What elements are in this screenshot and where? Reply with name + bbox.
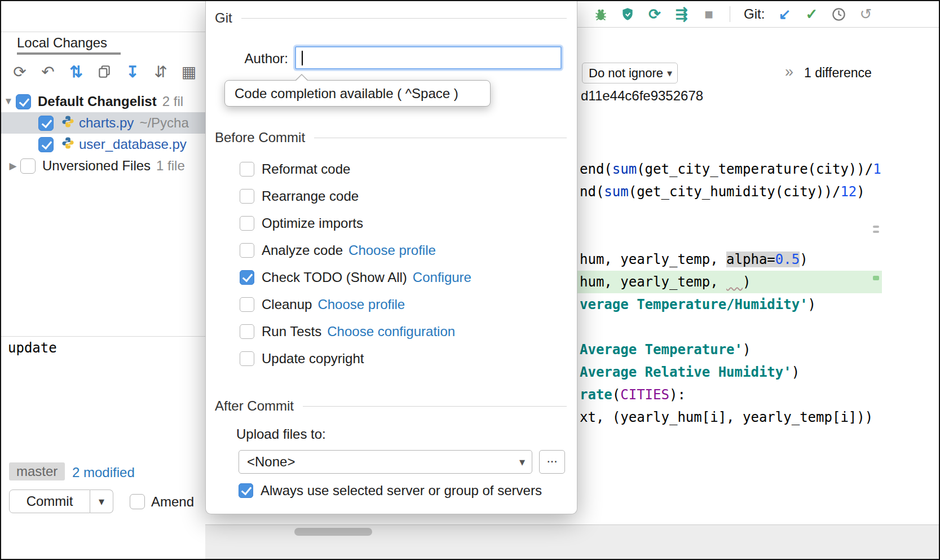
history-clock-icon[interactable] [828,4,849,24]
code-token: (get_city_temperature(city))/ [637,161,873,177]
code-token: 12 [873,161,882,177]
code-token: rate [580,387,612,403]
file-name: user_database.py [79,136,187,152]
author-label: Author: [206,51,288,67]
checkbox-unchecked[interactable] [240,324,254,339]
browse-servers-button[interactable]: ... [539,450,565,474]
code-token: (get_city_humidity(city))/ [629,184,841,200]
option-label: Cleanup [262,297,312,312]
diff-scroll-mark[interactable] [873,231,879,233]
option-label: Rearrange code [262,188,359,204]
code-token: ( [612,387,620,403]
author-input[interactable] [295,46,562,69]
code-line: verage Temperature/Humidity') [577,293,882,316]
popup-section-git: Git [215,10,567,26]
local-changes-panel: Local Changes ⟳ ↶ ⇅ ↧ ⇵ ▦ ▼ Default Chan… [1,1,205,559]
group-by-icon[interactable]: ▦ [177,60,201,83]
unversioned-files-row[interactable]: ▶ Unversioned Files 1 file [1,155,205,177]
get-from-vcs-icon[interactable]: ↧ [121,60,144,83]
option-link[interactable]: Choose configuration [327,324,455,339]
checkbox-unchecked[interactable] [240,297,254,312]
code-token: ) [743,274,751,290]
before-commit-title: Before Commit [215,130,305,145]
stop-icon[interactable]: ■ [698,4,720,24]
vcs-toolbar: ⟳ ↶ ⇅ ↧ ⇵ ▦ [8,60,201,83]
unversioned-label: Unversioned Files [42,158,151,174]
code-token: sum [612,161,637,177]
checkbox-checked[interactable] [240,270,254,285]
code-token: verage Temperature/Humidity' [580,297,808,312]
upload-server-dropdown[interactable]: <None> ▾ [239,450,532,474]
checkbox-checked[interactable] [239,483,253,498]
code-line: hum, yearly_temp, alpha=0.5) [577,248,882,271]
update-project-icon[interactable]: ↙ [774,4,795,24]
checkbox-checked[interactable] [38,137,54,152]
before-commit-option-row: Reformat code [240,156,568,183]
checkbox-unchecked[interactable] [20,158,36,174]
code-line: Average Temperature') [577,338,882,361]
profiler-icon[interactable] [617,4,638,24]
file-path: ~/Pycha [139,115,188,131]
commit-message-input[interactable]: update [8,340,57,356]
copy-icon[interactable] [92,60,116,83]
file-row-charts[interactable]: charts.py ~/Pycha [1,112,205,134]
checkbox-unchecked[interactable] [240,243,254,258]
expand-chevrons-icon[interactable]: » [785,63,793,81]
after-commit-title: After Commit [215,398,294,414]
before-commit-option-row: Analyze codeChoose profile [240,237,568,264]
commit-split-button: Commit ▾ [9,490,113,513]
chevron-down-icon: ▾ [667,67,672,80]
option-link[interactable]: Configure [413,270,471,285]
code-line: rate(CITIES): [577,383,882,406]
diff-editor[interactable]: end(sum(get_city_temperature(city))/12)n… [577,158,882,429]
checkbox-unchecked[interactable] [240,351,254,366]
commit-dropdown-arrow[interactable]: ▾ [90,490,113,513]
rerun-coverage-icon[interactable]: ⟳ [644,4,665,24]
file-row-user-database[interactable]: user_database.py [1,134,205,155]
code-token: ) [857,184,864,200]
checkbox-checked[interactable] [16,94,31,109]
checkbox-checked[interactable] [38,116,54,131]
rollback-arc-icon[interactable]: ↺ [855,4,876,24]
difference-count: 1 difference [804,65,872,81]
divider [1,336,205,337]
shelve-icon[interactable]: ⇵ [149,60,173,83]
code-token: end( [580,161,612,177]
python-file-icon [61,115,74,131]
commit-button[interactable]: Commit [9,490,90,513]
branch-label[interactable]: master [9,462,65,480]
whitespace-ignore-dropdown[interactable]: Do not ignore ▾ [582,63,678,83]
text-caret [302,51,303,65]
code-token: Average Temperature' [580,342,743,358]
commit-options-popup: Git Author: Code completion available ( … [205,1,577,514]
changelist-row[interactable]: ▼ Default Changelist 2 fil [1,91,205,112]
before-commit-option-row: Rearrange code [240,183,568,210]
run-configurations-icon[interactable]: ⇶ [671,4,692,24]
horizontal-scrollbar-thumb[interactable] [294,528,372,536]
compare-arrows-icon[interactable]: ⇅ [64,60,88,83]
chevron-down-icon: ▾ [519,455,525,469]
diff-scroll-mark[interactable] [873,226,879,228]
tree-collapsed-icon[interactable]: ▶ [6,160,20,172]
rollback-icon[interactable]: ↶ [36,60,60,83]
code-token: 0.5 [775,252,800,267]
tree-expanded-icon[interactable]: ▼ [1,96,16,107]
debug-bug-icon[interactable] [590,4,611,24]
checkbox-unchecked[interactable] [240,162,254,177]
commit-check-icon[interactable]: ✓ [801,4,822,24]
option-label: Run Tests [262,324,321,339]
main-toolbar: ⟳ ⇶ ■ Git: ↙ ✓ ↺ [577,1,939,28]
tab-local-changes[interactable]: Local Changes [17,35,107,51]
option-link[interactable]: Choose profile [348,242,436,258]
checkbox-unchecked[interactable] [240,189,254,204]
diff-scroll-mark-added[interactable] [873,276,879,280]
divider [241,18,567,19]
refresh-icon[interactable]: ⟳ [8,60,32,83]
option-link[interactable]: Choose profile [317,297,405,312]
tooltip-text: Code completion available ( ^Space ) [235,86,458,102]
modified-files-link[interactable]: 2 modified [72,465,135,480]
option-label: Reformat code [262,161,350,177]
checkbox-unchecked[interactable] [240,216,254,231]
amend-checkbox[interactable] [130,494,145,509]
code-token: nd( [580,184,604,200]
